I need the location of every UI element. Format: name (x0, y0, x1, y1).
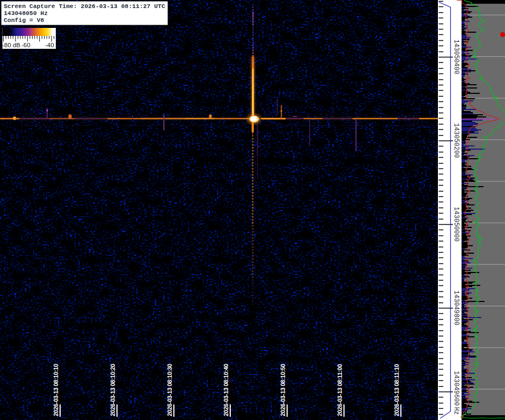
svg-text:-60: -60 (21, 42, 31, 48)
svg-text:2026-03-13 08:11:10: 2026-03-13 08:11:10 (393, 364, 400, 416)
svg-text:Config = V8: Config = V8 (4, 17, 44, 24)
svg-text:Hz: Hz (452, 407, 460, 415)
svg-text:2026-03-13 08:10:10: 2026-03-13 08:10:10 (53, 364, 59, 416)
svg-text:-80 dB: -80 dB (2, 42, 20, 48)
svg-text:2026-03-13 08:10:20: 2026-03-13 08:10:20 (109, 364, 116, 416)
svg-text:2026-03-13 08:11:00: 2026-03-13 08:11:00 (336, 364, 343, 416)
svg-text:143050400: 143050400 (452, 40, 460, 75)
svg-text:143050200: 143050200 (452, 123, 460, 158)
svg-text:2026-03-13 08:10:50: 2026-03-13 08:10:50 (280, 364, 286, 416)
svg-text:143050000: 143050000 (452, 207, 460, 242)
svg-text:2026-03-13 08:10:40: 2026-03-13 08:10:40 (223, 364, 229, 416)
svg-text:143049800: 143049800 (452, 291, 460, 326)
svg-text:143048050 Hz: 143048050 Hz (4, 10, 48, 17)
svg-text:2026-03-13 08:10:30: 2026-03-13 08:10:30 (166, 364, 173, 416)
svg-text:-40: -40 (45, 42, 54, 48)
svg-text:Screen Capture Time: 2026-03-1: Screen Capture Time: 2026-03-13 08:11:27… (4, 3, 165, 10)
svg-text:143049600: 143049600 (452, 371, 460, 406)
